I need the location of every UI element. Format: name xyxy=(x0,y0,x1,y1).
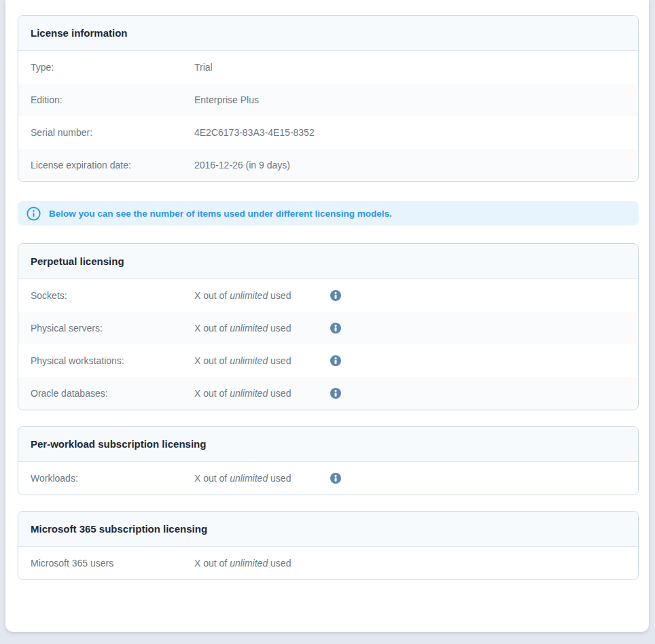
usage-row-oracle-databases: Oracle databases: X out of unlimited use… xyxy=(18,377,638,410)
row-label: Sockets: xyxy=(31,290,194,301)
usage-value: X out of unlimited used xyxy=(194,388,330,399)
row-label: Physical servers: xyxy=(31,323,194,334)
usage-row-physical-workstations: Physical workstations: X out of unlimite… xyxy=(18,344,638,377)
row-value: Enterprise Plus xyxy=(194,94,259,105)
banner-text: Below you can see the number of items us… xyxy=(49,209,392,219)
row-label: Oracle databases: xyxy=(31,388,194,399)
card-title: Perpetual licensing xyxy=(31,255,124,267)
usage-row-m365-users: Microsoft 365 users X out of unlimited u… xyxy=(18,547,638,579)
info-circle-filled-icon[interactable] xyxy=(330,323,341,334)
usage-value: X out of unlimited used xyxy=(194,558,330,569)
row-label: Serial number: xyxy=(31,127,194,138)
usage-row-sockets: Sockets: X out of unlimited used xyxy=(18,279,638,312)
info-banner: Below you can see the number of items us… xyxy=(18,201,639,226)
row-label: Edition: xyxy=(31,94,194,105)
card-title: Per-workload subscription licensing xyxy=(31,438,206,450)
row-value: Trial xyxy=(194,62,213,73)
license-row-serial-number: Serial number: 4E2C6173-83A3-4E15-8352 xyxy=(18,116,638,149)
row-value: 4E2C6173-83A3-4E15-8352 xyxy=(194,127,315,138)
license-row-edition: Edition: Enterprise Plus xyxy=(18,84,638,116)
card-header: Per-workload subscription licensing xyxy=(18,427,638,462)
usage-value: X out of unlimited used xyxy=(194,323,330,334)
row-label: Type: xyxy=(31,62,194,73)
info-circle-filled-icon[interactable] xyxy=(330,388,341,399)
row-label: License expiration date: xyxy=(31,160,194,171)
usage-value: X out of unlimited used xyxy=(194,290,330,301)
card-header: Perpetual licensing xyxy=(18,244,638,279)
row-label: Workloads: xyxy=(31,473,194,484)
usage-value: X out of unlimited used xyxy=(194,473,330,484)
license-information-card: License information Type: Trial Edition:… xyxy=(18,15,639,182)
license-row-type: Type: Trial xyxy=(18,51,638,84)
row-value: 2016-12-26 (in 9 days) xyxy=(194,160,290,171)
usage-row-workloads: Workloads: X out of unlimited used xyxy=(18,462,638,495)
usage-row-physical-servers: Physical servers: X out of unlimited use… xyxy=(18,312,638,344)
row-label: Microsoft 365 users xyxy=(31,558,194,569)
info-circle-filled-icon[interactable] xyxy=(330,473,341,484)
card-title: License information xyxy=(31,27,128,39)
card-header: License information xyxy=(18,16,638,51)
perpetual-licensing-card: Perpetual licensing Sockets: X out of un… xyxy=(18,243,639,410)
card-title: Microsoft 365 subscription licensing xyxy=(31,523,207,535)
card-header: Microsoft 365 subscription licensing xyxy=(18,512,638,547)
content-panel: License information Type: Trial Edition:… xyxy=(5,0,649,632)
info-circle-outline-icon xyxy=(26,207,41,221)
info-circle-filled-icon[interactable] xyxy=(330,355,341,367)
usage-value: X out of unlimited used xyxy=(194,355,330,366)
license-row-expiration-date: License expiration date: 2016-12-26 (in … xyxy=(18,149,638,181)
per-workload-licensing-card: Per-workload subscription licensing Work… xyxy=(18,426,639,495)
row-label: Physical workstations: xyxy=(31,355,194,366)
info-circle-filled-icon[interactable] xyxy=(330,290,341,302)
m365-licensing-card: Microsoft 365 subscription licensing Mic… xyxy=(18,511,639,580)
